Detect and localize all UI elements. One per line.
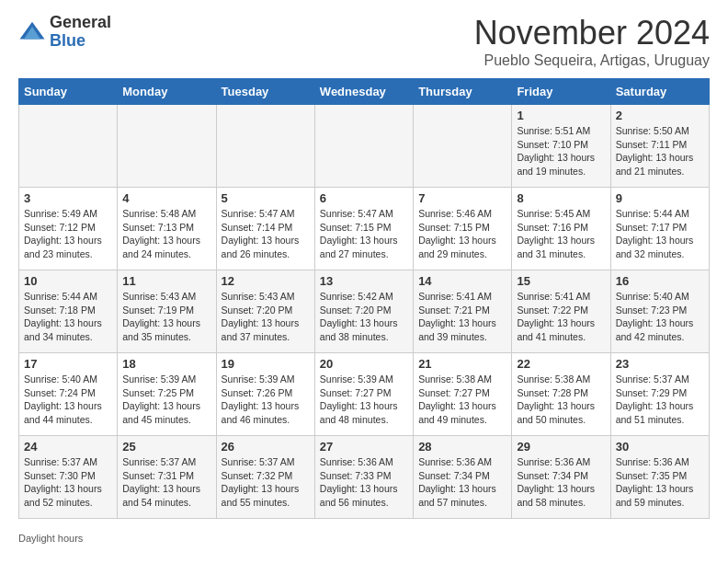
day-info: Sunrise: 5:41 AM Sunset: 7:21 PM Dayligh… <box>418 290 506 344</box>
calendar-cell: 30Sunrise: 5:36 AM Sunset: 7:35 PM Dayli… <box>610 436 709 519</box>
calendar-cell: 19Sunrise: 5:39 AM Sunset: 7:26 PM Dayli… <box>216 353 314 436</box>
day-info: Sunrise: 5:39 AM Sunset: 7:25 PM Dayligh… <box>122 373 210 427</box>
calendar-cell: 12Sunrise: 5:43 AM Sunset: 7:20 PM Dayli… <box>216 270 314 353</box>
calendar-cell: 4Sunrise: 5:48 AM Sunset: 7:13 PM Daylig… <box>118 188 216 270</box>
day-number: 27 <box>320 440 408 454</box>
calendar-cell <box>216 105 314 188</box>
day-number: 11 <box>122 274 210 288</box>
day-number: 9 <box>616 191 704 205</box>
day-info: Sunrise: 5:37 AM Sunset: 7:32 PM Dayligh… <box>222 455 310 510</box>
calendar-cell <box>314 105 413 188</box>
calendar-cell: 22Sunrise: 5:38 AM Sunset: 7:28 PM Dayli… <box>512 353 610 436</box>
logo-blue: Blue <box>50 32 111 51</box>
day-info: Sunrise: 5:36 AM Sunset: 7:34 PM Dayligh… <box>517 455 605 510</box>
daylight-label: Daylight hours <box>18 533 83 544</box>
day-number: 3 <box>24 191 112 205</box>
calendar-cell: 27Sunrise: 5:36 AM Sunset: 7:33 PM Dayli… <box>314 436 413 519</box>
day-info: Sunrise: 5:44 AM Sunset: 7:17 PM Dayligh… <box>616 207 704 261</box>
calendar-week-2: 3Sunrise: 5:49 AM Sunset: 7:12 PM Daylig… <box>19 188 710 270</box>
calendar-week-4: 17Sunrise: 5:40 AM Sunset: 7:24 PM Dayli… <box>19 353 710 436</box>
day-number: 22 <box>517 357 605 371</box>
day-number: 4 <box>122 191 210 205</box>
day-info: Sunrise: 5:50 AM Sunset: 7:11 PM Dayligh… <box>616 124 704 178</box>
day-info: Sunrise: 5:42 AM Sunset: 7:20 PM Dayligh… <box>320 290 408 344</box>
header-row: Sunday Monday Tuesday Wednesday Thursday… <box>19 79 710 105</box>
day-info: Sunrise: 5:39 AM Sunset: 7:27 PM Dayligh… <box>320 373 408 427</box>
logo-general: General <box>50 14 111 32</box>
calendar-cell: 16Sunrise: 5:40 AM Sunset: 7:23 PM Dayli… <box>610 270 709 353</box>
calendar-cell: 26Sunrise: 5:37 AM Sunset: 7:32 PM Dayli… <box>216 436 314 519</box>
calendar-body: 1Sunrise: 5:51 AM Sunset: 7:10 PM Daylig… <box>19 105 710 519</box>
day-number: 26 <box>222 440 310 454</box>
day-info: Sunrise: 5:38 AM Sunset: 7:27 PM Dayligh… <box>418 373 506 427</box>
page-header: General Blue November 2024 Pueblo Sequei… <box>0 0 728 74</box>
day-number: 6 <box>320 191 408 205</box>
calendar-cell: 13Sunrise: 5:42 AM Sunset: 7:20 PM Dayli… <box>314 270 413 353</box>
calendar-cell: 29Sunrise: 5:36 AM Sunset: 7:34 PM Dayli… <box>512 436 610 519</box>
calendar-cell: 21Sunrise: 5:38 AM Sunset: 7:27 PM Dayli… <box>414 353 512 436</box>
day-number: 10 <box>24 274 112 288</box>
day-info: Sunrise: 5:36 AM Sunset: 7:34 PM Dayligh… <box>418 455 506 510</box>
calendar-week-5: 24Sunrise: 5:37 AM Sunset: 7:30 PM Dayli… <box>19 436 710 519</box>
day-number: 7 <box>418 191 506 205</box>
day-number: 19 <box>222 357 310 371</box>
day-number: 14 <box>418 274 506 288</box>
calendar-cell: 28Sunrise: 5:36 AM Sunset: 7:34 PM Dayli… <box>414 436 512 519</box>
col-wednesday: Wednesday <box>314 79 413 105</box>
day-info: Sunrise: 5:47 AM Sunset: 7:15 PM Dayligh… <box>320 207 408 261</box>
calendar-cell <box>19 105 118 188</box>
footer-note: Daylight hours <box>0 528 728 548</box>
day-number: 5 <box>222 191 310 205</box>
month-title: November 2024 <box>474 14 710 52</box>
day-info: Sunrise: 5:41 AM Sunset: 7:22 PM Dayligh… <box>517 290 605 344</box>
day-number: 17 <box>24 357 112 371</box>
day-number: 30 <box>616 440 704 454</box>
day-info: Sunrise: 5:43 AM Sunset: 7:19 PM Dayligh… <box>122 290 210 344</box>
day-info: Sunrise: 5:49 AM Sunset: 7:12 PM Dayligh… <box>24 207 112 261</box>
day-info: Sunrise: 5:44 AM Sunset: 7:18 PM Dayligh… <box>24 290 112 344</box>
calendar-cell: 6Sunrise: 5:47 AM Sunset: 7:15 PM Daylig… <box>314 188 413 270</box>
day-info: Sunrise: 5:51 AM Sunset: 7:10 PM Dayligh… <box>517 124 605 178</box>
day-info: Sunrise: 5:37 AM Sunset: 7:29 PM Dayligh… <box>616 373 704 427</box>
logo-text: General Blue <box>50 14 111 51</box>
day-info: Sunrise: 5:36 AM Sunset: 7:35 PM Dayligh… <box>616 455 704 510</box>
calendar-cell: 18Sunrise: 5:39 AM Sunset: 7:25 PM Dayli… <box>118 353 216 436</box>
col-saturday: Saturday <box>610 79 709 105</box>
calendar-cell: 7Sunrise: 5:46 AM Sunset: 7:15 PM Daylig… <box>414 188 512 270</box>
calendar-cell: 23Sunrise: 5:37 AM Sunset: 7:29 PM Dayli… <box>610 353 709 436</box>
day-number: 15 <box>517 274 605 288</box>
col-monday: Monday <box>118 79 216 105</box>
day-info: Sunrise: 5:40 AM Sunset: 7:24 PM Dayligh… <box>24 373 112 427</box>
calendar-week-3: 10Sunrise: 5:44 AM Sunset: 7:18 PM Dayli… <box>19 270 710 353</box>
calendar-wrapper: Sunday Monday Tuesday Wednesday Thursday… <box>0 74 728 528</box>
day-info: Sunrise: 5:40 AM Sunset: 7:23 PM Dayligh… <box>616 290 704 344</box>
calendar-cell: 17Sunrise: 5:40 AM Sunset: 7:24 PM Dayli… <box>19 353 118 436</box>
day-info: Sunrise: 5:38 AM Sunset: 7:28 PM Dayligh… <box>517 373 605 427</box>
calendar-cell: 14Sunrise: 5:41 AM Sunset: 7:21 PM Dayli… <box>414 270 512 353</box>
day-info: Sunrise: 5:43 AM Sunset: 7:20 PM Dayligh… <box>222 290 310 344</box>
day-number: 18 <box>122 357 210 371</box>
day-number: 1 <box>517 109 605 122</box>
calendar-cell <box>414 105 512 188</box>
calendar-cell: 15Sunrise: 5:41 AM Sunset: 7:22 PM Dayli… <box>512 270 610 353</box>
col-friday: Friday <box>512 79 610 105</box>
calendar-cell: 25Sunrise: 5:37 AM Sunset: 7:31 PM Dayli… <box>118 436 216 519</box>
calendar-cell: 2Sunrise: 5:50 AM Sunset: 7:11 PM Daylig… <box>610 105 709 188</box>
day-info: Sunrise: 5:36 AM Sunset: 7:33 PM Dayligh… <box>320 455 408 510</box>
location-subtitle: Pueblo Sequeira, Artigas, Uruguay <box>474 52 710 69</box>
day-number: 25 <box>122 440 210 454</box>
day-number: 21 <box>418 357 506 371</box>
day-info: Sunrise: 5:48 AM Sunset: 7:13 PM Dayligh… <box>122 207 210 261</box>
calendar-table: Sunday Monday Tuesday Wednesday Thursday… <box>18 78 710 519</box>
day-number: 20 <box>320 357 408 371</box>
calendar-cell: 8Sunrise: 5:45 AM Sunset: 7:16 PM Daylig… <box>512 188 610 270</box>
calendar-cell: 3Sunrise: 5:49 AM Sunset: 7:12 PM Daylig… <box>19 188 118 270</box>
day-number: 12 <box>222 274 310 288</box>
calendar-cell: 11Sunrise: 5:43 AM Sunset: 7:19 PM Dayli… <box>118 270 216 353</box>
col-tuesday: Tuesday <box>216 79 314 105</box>
day-info: Sunrise: 5:37 AM Sunset: 7:30 PM Dayligh… <box>24 455 112 510</box>
calendar-cell: 20Sunrise: 5:39 AM Sunset: 7:27 PM Dayli… <box>314 353 413 436</box>
calendar-cell: 9Sunrise: 5:44 AM Sunset: 7:17 PM Daylig… <box>610 188 709 270</box>
col-thursday: Thursday <box>414 79 512 105</box>
col-sunday: Sunday <box>19 79 118 105</box>
